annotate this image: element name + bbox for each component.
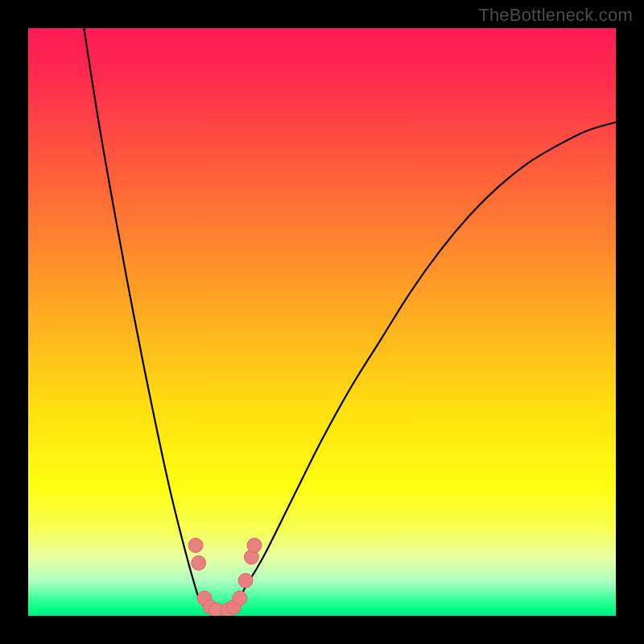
data-marker — [238, 573, 253, 588]
attribution-text: TheBottleneck.com — [478, 5, 633, 26]
data-marker — [188, 538, 203, 552]
data-marker — [247, 538, 262, 552]
chart-frame — [28, 28, 616, 616]
data-marker — [192, 555, 206, 570]
curve-group — [84, 28, 616, 611]
chart-plot — [28, 28, 616, 616]
bottleneck-curve — [84, 28, 616, 611]
marker-group — [188, 538, 262, 616]
data-marker — [233, 591, 247, 605]
